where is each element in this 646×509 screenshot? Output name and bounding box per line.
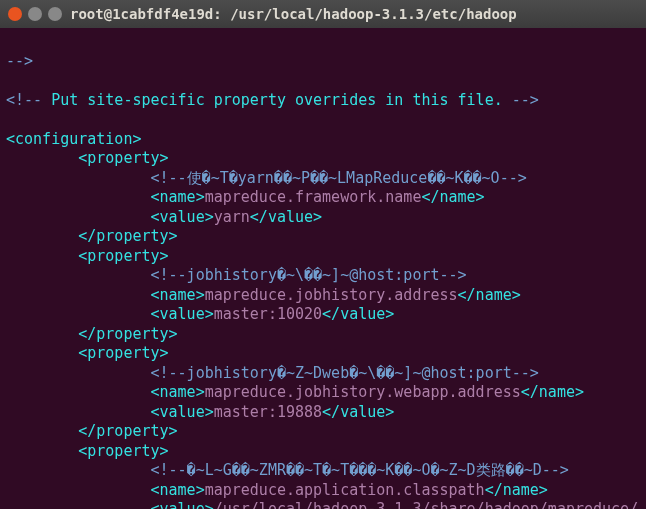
tag-prop-open: <property> bbox=[78, 247, 168, 265]
tag-name-close: </name> bbox=[485, 481, 548, 499]
window-title: root@1cabfdf4e19d: /usr/local/hadoop-3.1… bbox=[70, 5, 517, 23]
p1-name: mapreduce.framework.name bbox=[205, 188, 422, 206]
tag-name-open: <name> bbox=[151, 481, 205, 499]
close-icon[interactable] bbox=[8, 7, 22, 21]
site-comment-close: --> bbox=[512, 91, 539, 109]
p3-name: mapreduce.jobhistory.webapp.address bbox=[205, 383, 521, 401]
minimize-icon[interactable] bbox=[28, 7, 42, 21]
window-controls bbox=[8, 7, 62, 21]
tag-value-open: <value> bbox=[151, 403, 214, 421]
tag-name-open: <name> bbox=[151, 383, 205, 401]
p3-comment: <!--jobhistory�~Z~Dweb�~\��~]~@host:port… bbox=[151, 364, 539, 382]
p4-comment: <!--�~L~G��~ZMR��~T�~T���~K��~O�~Z~D类路��… bbox=[151, 461, 569, 479]
tag-prop-close: </property> bbox=[78, 422, 177, 440]
tag-value-close: </value> bbox=[322, 305, 394, 323]
tag-name-close: </name> bbox=[421, 188, 484, 206]
tag-name-open: <name> bbox=[151, 188, 205, 206]
p1-comment: <!--使�~T�yarn��~P��~LMapReduce��~K��~O--… bbox=[151, 169, 527, 187]
p2-name: mapreduce.jobhistory.address bbox=[205, 286, 458, 304]
tag-name-open: <name> bbox=[151, 286, 205, 304]
comment-close: --> bbox=[6, 52, 33, 70]
terminal-area[interactable]: --> <!-- Put site-specific property over… bbox=[0, 28, 646, 509]
p2-value: master:10020 bbox=[214, 305, 322, 323]
tag-config-open: <configuration> bbox=[6, 130, 141, 148]
tag-prop-open: <property> bbox=[78, 149, 168, 167]
tag-value-close: </value> bbox=[250, 208, 322, 226]
tag-value-open: <value> bbox=[151, 500, 214, 509]
p2-comment: <!--jobhistory�~\��~]~@host:port--> bbox=[151, 266, 467, 284]
tag-prop-close: </property> bbox=[78, 325, 177, 343]
tag-prop-open: <property> bbox=[78, 442, 168, 460]
p4-name: mapreduce.application.classpath bbox=[205, 481, 485, 499]
tag-name-close: </name> bbox=[521, 383, 584, 401]
site-comment-open: <!-- bbox=[6, 91, 42, 109]
tag-name-close: </name> bbox=[458, 286, 521, 304]
tag-prop-open: <property> bbox=[78, 344, 168, 362]
p1-value: yarn bbox=[214, 208, 250, 226]
site-comment-text: Put site-specific property overrides in … bbox=[42, 91, 512, 109]
p4-value-1: /usr/local/hadoop-3.1.3/share/hadoop/map… bbox=[214, 500, 638, 509]
p3-value: master:19888 bbox=[214, 403, 322, 421]
tag-value-open: <value> bbox=[151, 208, 214, 226]
tag-prop-close: </property> bbox=[78, 227, 177, 245]
tag-value-close: </value> bbox=[322, 403, 394, 421]
window-titlebar: root@1cabfdf4e19d: /usr/local/hadoop-3.1… bbox=[0, 0, 646, 28]
tag-value-open: <value> bbox=[151, 305, 214, 323]
maximize-icon[interactable] bbox=[48, 7, 62, 21]
